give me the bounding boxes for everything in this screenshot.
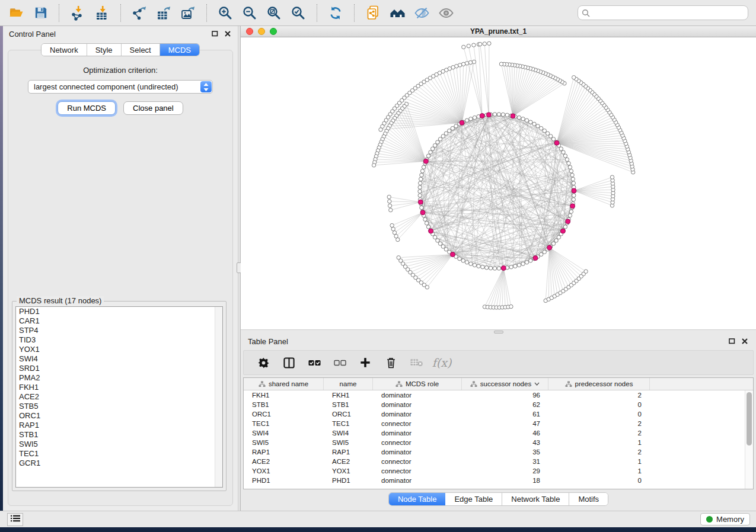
zoom-selected-icon [291,5,306,21]
mcds-result-item[interactable]: SRD1 [16,364,222,373]
network-table-divider[interactable] [241,329,756,334]
mcds-result-item[interactable]: YOX1 [16,345,222,354]
export-network-button[interactable] [128,3,151,23]
cell-successor-nodes: 18 [462,476,548,485]
mcds-result-item[interactable]: CAR1 [16,316,222,326]
list-icon [11,514,20,524]
cell-shared-name: ORC1 [244,409,324,419]
zoom-out-button[interactable] [238,3,261,23]
table-row[interactable]: YOX1YOX1connector291 [244,466,753,476]
open-file-button[interactable] [5,3,27,23]
mcds-result-list[interactable]: PHD1CAR1STP4TID3YOX1SWI4SRD1PMA2FKH1ACE2… [15,306,223,488]
node-table[interactable]: shared namenameMCDS rolesuccessor nodesp… [243,377,754,489]
tab-network[interactable]: Network [42,44,87,56]
tab-mcds[interactable]: MCDS [160,44,199,56]
cell-predecessor-nodes: 1 [548,466,650,476]
search-input[interactable] [592,9,744,17]
mcds-result-item[interactable]: FKH1 [16,383,222,392]
table-row[interactable]: RAP1RAP1dominator352 [244,447,753,457]
network-view-window: YPA_prune.txt_1 [241,26,756,329]
tab-motifs[interactable]: Motifs [569,493,608,505]
hide-graphics-details-button[interactable] [410,3,433,23]
mcds-result-item[interactable]: STB1 [16,430,222,440]
tab-edge-table[interactable]: Edge Table [445,493,502,505]
mcds-result-item[interactable]: ACE2 [16,392,222,402]
mcds-result-item[interactable]: STP4 [16,326,222,335]
column-type-icon [259,381,266,387]
share-document-button[interactable] [362,3,384,23]
cell-name: RAP1 [324,447,373,457]
run-mcds-button[interactable]: Run MCDS [58,101,116,115]
zoom-fit-button[interactable] [263,3,285,23]
export-image-button[interactable] [177,3,199,23]
column-header-predecessor-nodes[interactable]: predecessor nodes [548,378,650,390]
network-canvas[interactable] [241,37,756,329]
zoom-in-button[interactable] [214,3,237,23]
table-row[interactable]: SWI5SWI5connector431 [244,438,753,447]
task-history-button[interactable] [7,513,23,526]
network-graph[interactable] [241,37,756,329]
mcds-result-item[interactable]: TEC1 [16,449,222,459]
table-row[interactable]: FKH1FKH1dominator962 [244,390,753,400]
save-session-button[interactable] [29,3,52,23]
split-view-button[interactable] [282,355,295,370]
mcds-result-item[interactable]: ORC1 [16,411,222,421]
float-panel-icon[interactable] [210,30,219,38]
save-session-icon [33,5,48,20]
close-table-panel-icon[interactable] [741,337,749,345]
table-row[interactable]: STB1STB1dominator620 [244,400,753,409]
sort-menu-icon[interactable] [534,382,540,386]
tab-network-table[interactable]: Network Table [502,493,569,505]
split-view-icon [283,357,295,368]
table-row[interactable]: ORC1ORC1dominator610 [244,409,753,419]
criterion-select[interactable]: largest connected component (undirected) [28,80,213,94]
column-header-successor-nodes[interactable]: successor nodes [462,378,548,390]
tab-style[interactable]: Style [87,44,122,56]
mcds-result-item[interactable]: GCR1 [16,459,222,468]
close-panel-button[interactable]: Close panel [123,101,183,115]
table-settings-button[interactable] [257,355,270,370]
control-panel-tabs: NetworkStyleSelectMCDS [41,43,200,56]
table-row[interactable]: ACE2ACE2connector311 [244,457,753,466]
mcds-result-item[interactable]: STB5 [16,402,222,411]
mcds-result-item[interactable]: PMA2 [16,373,222,383]
column-header-name[interactable]: name [324,378,373,390]
mcds-list-scrollbar[interactable] [215,307,222,487]
close-panel-icon[interactable] [224,30,232,38]
add-column-button[interactable] [359,355,372,370]
table-row[interactable]: SWI4SWI4dominator462 [244,428,753,438]
table-row[interactable]: TEC1TEC1connector472 [244,419,753,428]
import-table-button[interactable] [91,3,113,23]
tab-select[interactable]: Select [122,44,160,56]
refresh-view-button[interactable] [324,3,347,23]
mcds-result-item[interactable]: RAP1 [16,421,222,430]
table-scrollbar-thumb[interactable] [747,392,752,446]
table-panel: Table Panel f(x) shared namenameMCDS rol… [241,334,756,511]
export-table-button[interactable] [152,3,175,23]
float-table-panel-icon[interactable] [728,337,736,345]
mcds-result-item[interactable]: SWI5 [16,440,222,449]
hide-graphics-details-icon [414,5,430,21]
zoom-selected-button[interactable] [287,3,310,23]
table-scrollbar[interactable] [745,390,753,489]
select-all-button[interactable] [308,355,321,370]
show-graphics-details-button[interactable] [435,3,457,23]
cell-predecessor-nodes: 2 [548,419,650,428]
delete-column-icon [386,357,396,368]
cell-predecessor-nodes: 0 [548,409,650,419]
export-image-icon [180,5,196,21]
mcds-result-item[interactable]: PHD1 [16,307,222,316]
search-box[interactable] [578,5,748,20]
column-header-shared-name[interactable]: shared name [244,378,324,390]
deselect-all-button[interactable] [333,355,346,370]
table-row[interactable]: PHD1PHD1dominator180 [244,476,753,485]
tab-node-table[interactable]: Node Table [389,493,446,505]
column-header-MCDS-role[interactable]: MCDS role [373,378,462,390]
mcds-result-item[interactable]: SWI4 [16,354,222,364]
open-samples-button[interactable] [386,3,409,23]
mcds-result-item[interactable]: TID3 [16,335,222,345]
memory-button[interactable]: Memory [700,513,750,525]
import-network-button[interactable] [66,3,89,23]
search-icon [582,9,590,17]
delete-column-button[interactable] [384,355,397,370]
